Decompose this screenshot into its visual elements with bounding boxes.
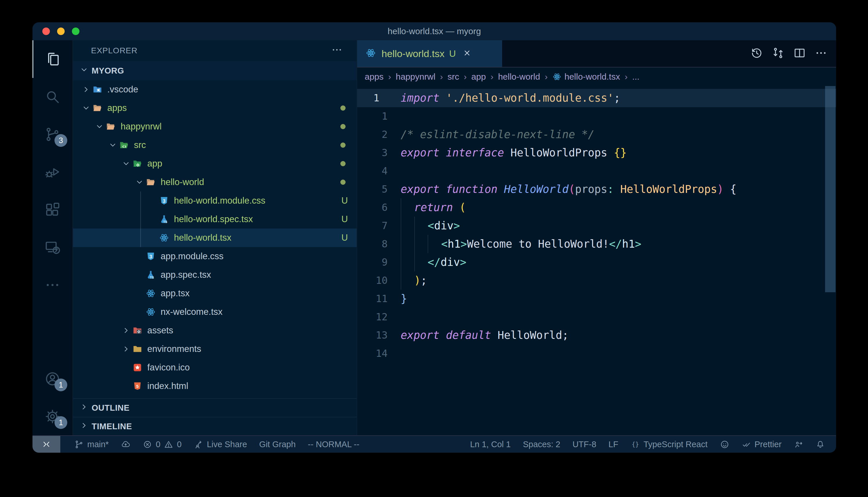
zoom-window-button[interactable] [72,28,80,35]
split-editor-button[interactable] [793,47,806,60]
activity-more[interactable] [32,266,72,304]
status-indentation[interactable]: Spaces: 2 [523,436,561,453]
editor-group: hello-world.tsx U apps›happynrwl›src›app… [357,40,836,435]
chevron-right-icon [80,402,89,412]
folder-assets-icon [132,325,143,336]
code-editor[interactable]: 1import './hello-world.module.css';12/* … [357,86,836,435]
line-number: 1 [357,107,401,125]
tree-item--vscode[interactable]: .vscode [73,80,357,99]
tree-item-label: app.tsx [161,288,190,299]
chevron-right-icon [80,421,89,430]
activity-remote-explorer[interactable] [32,228,72,266]
status-live-share-session[interactable] [794,436,803,453]
react-icon [146,288,156,299]
breadcrumb-item[interactable]: app [471,72,486,82]
tree-indent-guide [140,191,141,210]
tree-item-assets[interactable]: assets [73,321,357,340]
status-sync-changes[interactable] [121,436,130,453]
breadcrumb-item[interactable]: src [447,72,459,82]
smiley-icon [720,440,729,449]
tree-item-label: hello-world.module.css [174,196,265,206]
activity-explorer[interactable] [32,40,72,78]
code-text: export default HelloWorld; [401,326,568,344]
breadcrumb-item[interactable]: apps [365,72,384,82]
tree-item-happynrwl[interactable]: happynrwl [73,117,357,136]
activity-extensions[interactable] [32,191,72,228]
status-encoding[interactable]: UTF-8 [573,436,596,453]
tree-item-hello-world[interactable]: hello-world [73,173,357,191]
explorer-sidebar: EXPLORER MYORG .vscodeappshappynrwlsrcap… [73,40,357,435]
activity-settings[interactable]: 1 [32,398,72,435]
status-eol[interactable]: LF [608,436,618,453]
css-icon: 3 [146,251,156,261]
timeline-panel-header[interactable]: TIMELINE [73,417,357,435]
close-tab-icon[interactable] [462,48,472,59]
remote-icon [44,239,60,255]
tree-item-app-spec-tsx[interactable]: TSapp.spec.tsx [73,266,357,284]
line-number: 7 [357,217,401,235]
activity-accounts[interactable]: 1 [32,360,72,398]
breadcrumb-item[interactable]: hello-world.tsx [552,72,620,82]
status-feedback[interactable] [720,436,729,453]
breadcrumb-item[interactable]: happynrwl [396,72,436,82]
status-git-branch[interactable]: main* [74,436,109,453]
double-check-icon [742,440,751,449]
cloud-upload-icon [121,440,130,449]
svg-text:5: 5 [136,384,139,389]
status-cursor-position[interactable]: Ln 1, Col 1 [470,436,511,453]
indent-guide [401,217,414,235]
line-number: 11 [357,289,401,308]
close-window-button[interactable] [42,28,50,35]
activity-bar: 3 11 [32,40,73,435]
tree-item-favicon-ico[interactable]: favicon.ico [73,358,357,377]
explorer-more-actions-icon[interactable] [331,44,343,58]
activity-run-debug[interactable] [32,153,72,191]
workspace-section-header[interactable]: MYORG [73,61,357,80]
tree-item-app-module-css[interactable]: 3app.module.css [73,247,357,266]
status-text: Live Share [207,440,247,449]
status-text: Spaces: 2 [523,440,561,449]
code-line: 10); [357,271,836,289]
code-text: } [401,289,407,308]
breadcrumb-item[interactable]: hello-world [498,72,540,82]
tree-item-hello-world-spec-tsx[interactable]: TShello-world.spec.tsxU [73,210,357,228]
tree-item-index-html[interactable]: 5index.html [73,377,357,395]
status-vim-mode[interactable]: -- NORMAL -- [308,436,359,453]
tab-untracked-badge: U [449,48,456,59]
outline-panel-header[interactable]: OUTLINE [73,398,357,417]
tree-item-apps[interactable]: apps [73,99,357,117]
timeline-history-button[interactable] [750,47,763,60]
tree-item-environments[interactable]: environments [73,340,357,358]
status-live-share[interactable]: Live Share [194,436,247,453]
code-line: 14 [357,344,836,363]
breadcrumb-item[interactable]: ... [632,72,639,82]
breadcrumb-separator: › [388,72,391,82]
status-prettier[interactable]: Prettier [742,436,782,453]
activity-search[interactable] [32,78,72,116]
compare-icon [772,47,785,59]
tree-item-label: app.module.css [161,251,223,261]
tree-item-app-tsx[interactable]: app.tsx [73,284,357,303]
more-actions-button[interactable] [815,47,827,60]
chevron-down-icon [135,178,144,187]
status-remote-indicator[interactable] [32,436,60,453]
status-language-mode[interactable]: {}TypeScript React [631,436,708,453]
status-git-graph[interactable]: Git Graph [259,436,296,453]
tree-item-hello-world-module-css[interactable]: 3hello-world.module.cssU [73,191,357,210]
tree-item-src[interactable]: src [73,136,357,154]
ellipsis-icon [44,277,60,293]
minimize-window-button[interactable] [57,28,65,35]
status-problems[interactable]: 00 [143,436,181,453]
status-notifications[interactable] [815,436,825,453]
editor-scrollbar[interactable] [825,86,836,292]
open-changes-button[interactable] [772,47,785,60]
tree-item-nx-welcome-tsx[interactable]: nx-welcome.tsx [73,303,357,321]
tree-item-app[interactable]: app [73,154,357,173]
chevron-right-icon [80,402,89,414]
svg-text:3: 3 [163,198,165,203]
tab-hello-world-tsx[interactable]: hello-world.tsx U [357,40,502,67]
tree-item-hello-world-tsx[interactable]: hello-world.tsxU [73,228,357,247]
activity-source-control[interactable]: 3 [32,116,72,153]
tree-item-label: nx-welcome.tsx [161,307,223,317]
git-untracked-badge: U [342,196,348,206]
